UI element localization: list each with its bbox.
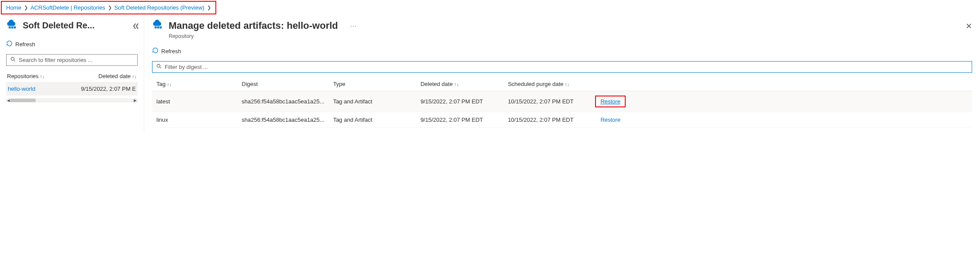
search-repositories-input[interactable]: [6, 54, 138, 66]
left-panel: Soft Deleted Re... ❮❮ Refresh Repositori…: [0, 15, 144, 132]
left-table-header: Repositories↑↓ Deleted date↑↓: [6, 70, 138, 82]
sort-icon: ↑↓: [132, 74, 137, 79]
page-subtitle: Repository: [169, 33, 972, 39]
left-panel-title: Soft Deleted Re...: [23, 21, 94, 31]
svg-point-3: [11, 57, 14, 60]
breadcrumb: Home ❯ ACRSoftDelete | Repositories ❯ So…: [1, 1, 216, 14]
close-button[interactable]: ✕: [966, 21, 972, 31]
sort-icon: ↑↓: [40, 74, 45, 79]
repository-name: hello-world: [8, 86, 35, 92]
svg-rect-0: [9, 27, 11, 29]
refresh-button[interactable]: Refresh: [152, 47, 972, 55]
chevron-right-icon: ❯: [24, 5, 28, 10]
svg-rect-5: [155, 27, 157, 29]
artifact-deleted-date: 9/15/2022, 2:07 PM EDT: [416, 91, 503, 112]
container-registry-icon: [6, 19, 18, 32]
artifact-type: Tag and Artifact: [329, 112, 416, 128]
artifact-digest: sha256:f54a58bc1aac5ea1a25...: [237, 91, 329, 112]
refresh-icon: [152, 47, 159, 55]
sort-icon: ↑↓: [454, 82, 459, 87]
refresh-button[interactable]: Refresh: [6, 40, 138, 48]
refresh-label: Refresh: [161, 48, 181, 55]
column-actions: [591, 77, 972, 91]
refresh-icon: [6, 40, 13, 48]
repository-deleted-date: 9/15/2022, 2:07 PM E: [81, 86, 136, 92]
restore-button[interactable]: Restore: [600, 98, 620, 105]
column-tag[interactable]: Tag↑↓: [152, 77, 237, 91]
container-registry-icon: [152, 19, 164, 32]
artifact-deleted-date: 9/15/2022, 2:07 PM EDT: [416, 112, 503, 128]
artifact-row[interactable]: linux sha256:f54a58bc1aac5ea1a25... Tag …: [152, 112, 972, 128]
svg-rect-6: [157, 27, 159, 29]
column-deleted-date[interactable]: Deleted date↑↓: [416, 77, 503, 91]
artifact-type: Tag and Artifact: [329, 91, 416, 112]
filter-digest-field[interactable]: [165, 64, 968, 70]
search-icon: [10, 56, 16, 64]
right-panel: ✕ Manage deleted artifacts: hello-world …: [144, 15, 980, 132]
more-actions-button[interactable]: ···: [350, 22, 357, 29]
filter-digest-input[interactable]: [152, 61, 972, 73]
sort-icon: ↑↓: [167, 82, 172, 87]
refresh-label: Refresh: [15, 41, 35, 48]
breadcrumb-repositories[interactable]: ACRSoftDelete | Repositories: [31, 4, 105, 11]
search-repositories-field[interactable]: [19, 57, 134, 63]
column-deleted-date[interactable]: Deleted date↑↓: [98, 73, 137, 79]
svg-line-9: [159, 67, 161, 68]
horizontal-scrollbar[interactable]: ◀ ▶: [6, 98, 138, 103]
repository-row[interactable]: hello-world 9/15/2022, 2:07 PM E: [6, 82, 138, 96]
search-icon: [156, 63, 162, 71]
svg-rect-2: [14, 27, 16, 29]
restore-button[interactable]: Restore: [600, 117, 620, 123]
breadcrumb-soft-deleted[interactable]: Soft Deleted Repositories (Preview): [114, 4, 204, 11]
artifacts-table: Tag↑↓ Digest Type Deleted date↑↓ Schedul…: [152, 77, 972, 128]
scrollbar-thumb[interactable]: [10, 99, 36, 102]
svg-line-4: [14, 60, 15, 61]
collapse-panel-button[interactable]: ❮❮: [132, 23, 138, 29]
column-purge-date[interactable]: Scheduled purge date↑↓: [503, 77, 591, 91]
artifact-row[interactable]: latest sha256:f54a58bc1aac5ea1a25... Tag…: [152, 91, 972, 112]
svg-rect-1: [11, 27, 14, 29]
svg-rect-7: [160, 27, 162, 29]
artifact-tag: latest: [152, 91, 237, 112]
column-type[interactable]: Type: [329, 77, 416, 91]
scroll-right-arrow-icon[interactable]: ▶: [133, 98, 138, 103]
chevron-right-icon: ❯: [108, 5, 112, 10]
sort-icon: ↑↓: [565, 82, 570, 87]
page-title: Manage deleted artifacts: hello-world: [169, 20, 338, 31]
breadcrumb-home[interactable]: Home: [6, 4, 21, 11]
artifact-tag: linux: [152, 112, 237, 128]
chevron-right-icon: ❯: [207, 5, 211, 10]
column-digest[interactable]: Digest: [237, 77, 329, 91]
artifact-purge-date: 10/15/2022, 2:07 PM EDT: [503, 91, 591, 112]
artifact-digest: sha256:f54a58bc1aac5ea1a25...: [237, 112, 329, 128]
column-repositories[interactable]: Repositories↑↓: [7, 73, 45, 79]
artifact-purge-date: 10/15/2022, 2:07 PM EDT: [503, 112, 591, 128]
svg-point-8: [157, 64, 160, 67]
